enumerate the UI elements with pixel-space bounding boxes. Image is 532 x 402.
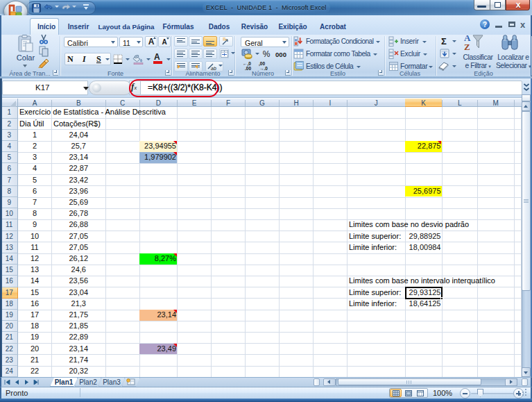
svg-text:Z: Z xyxy=(464,42,470,51)
svg-text:,00: ,00 xyxy=(245,66,251,71)
svg-text:→,0: →,0 xyxy=(259,66,268,71)
svg-text:ab: ab xyxy=(211,66,216,71)
